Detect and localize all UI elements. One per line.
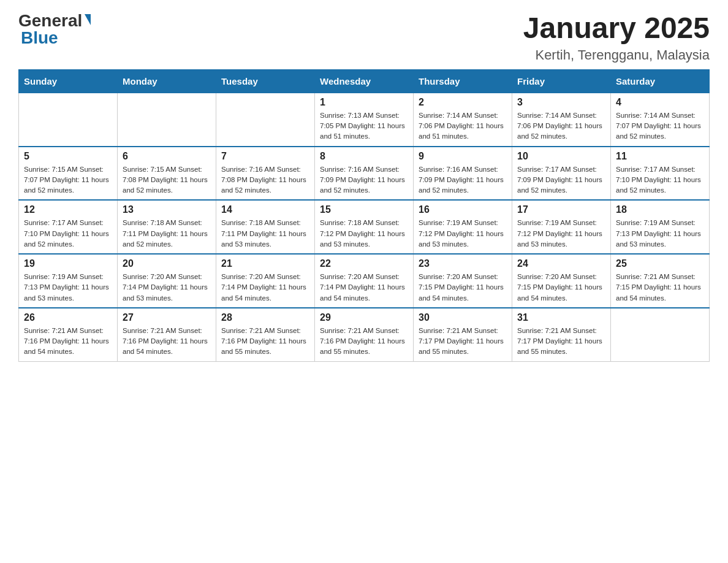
day-number: 15 xyxy=(320,204,408,215)
day-info: Sunrise: 7:19 AM Sunset: 7:13 PM Dayligh… xyxy=(24,272,112,304)
day-number: 27 xyxy=(123,312,211,323)
day-info: Sunrise: 7:16 AM Sunset: 7:09 PM Dayligh… xyxy=(320,164,408,196)
calendar-cell: 24Sunrise: 7:20 AM Sunset: 7:15 PM Dayli… xyxy=(512,254,611,308)
day-info: Sunrise: 7:19 AM Sunset: 7:12 PM Dayligh… xyxy=(517,218,605,250)
calendar-cell: 13Sunrise: 7:18 AM Sunset: 7:11 PM Dayli… xyxy=(118,200,216,254)
calendar-cell: 7Sunrise: 7:16 AM Sunset: 7:08 PM Daylig… xyxy=(216,147,315,201)
calendar-cell: 28Sunrise: 7:21 AM Sunset: 7:16 PM Dayli… xyxy=(216,308,315,361)
logo: General Blue xyxy=(18,12,91,47)
logo-general-text: General xyxy=(18,12,82,29)
weekday-header-tuesday: Tuesday xyxy=(216,69,315,93)
day-info: Sunrise: 7:21 AM Sunset: 7:16 PM Dayligh… xyxy=(24,326,112,358)
weekday-header-sunday: Sunday xyxy=(19,69,118,93)
calendar-cell: 18Sunrise: 7:19 AM Sunset: 7:13 PM Dayli… xyxy=(611,200,710,254)
day-info: Sunrise: 7:15 AM Sunset: 7:07 PM Dayligh… xyxy=(24,164,112,196)
day-info: Sunrise: 7:21 AM Sunset: 7:15 PM Dayligh… xyxy=(616,272,704,304)
day-number: 10 xyxy=(517,151,605,162)
calendar-cell: 19Sunrise: 7:19 AM Sunset: 7:13 PM Dayli… xyxy=(19,254,118,308)
day-info: Sunrise: 7:20 AM Sunset: 7:14 PM Dayligh… xyxy=(221,272,309,304)
calendar-cell: 2Sunrise: 7:14 AM Sunset: 7:06 PM Daylig… xyxy=(414,93,512,146)
day-info: Sunrise: 7:18 AM Sunset: 7:11 PM Dayligh… xyxy=(123,218,211,250)
day-info: Sunrise: 7:20 AM Sunset: 7:15 PM Dayligh… xyxy=(517,272,605,304)
day-number: 17 xyxy=(517,204,605,215)
day-info: Sunrise: 7:20 AM Sunset: 7:14 PM Dayligh… xyxy=(123,272,211,304)
day-info: Sunrise: 7:14 AM Sunset: 7:07 PM Dayligh… xyxy=(616,110,704,142)
day-number: 1 xyxy=(320,97,408,108)
calendar-cell: 23Sunrise: 7:20 AM Sunset: 7:15 PM Dayli… xyxy=(414,254,512,308)
day-number: 14 xyxy=(221,204,309,215)
logo-triangle-icon xyxy=(85,14,91,25)
day-info: Sunrise: 7:16 AM Sunset: 7:09 PM Dayligh… xyxy=(419,164,507,196)
calendar-cell: 12Sunrise: 7:17 AM Sunset: 7:10 PM Dayli… xyxy=(19,200,118,254)
day-number: 3 xyxy=(517,97,605,108)
day-info: Sunrise: 7:21 AM Sunset: 7:16 PM Dayligh… xyxy=(221,326,309,358)
day-number: 8 xyxy=(320,151,408,162)
day-number: 29 xyxy=(320,312,408,323)
month-title: January 2025 xyxy=(523,12,710,45)
calendar-cell xyxy=(611,308,710,361)
calendar-cell: 9Sunrise: 7:16 AM Sunset: 7:09 PM Daylig… xyxy=(414,147,512,201)
calendar-cell: 26Sunrise: 7:21 AM Sunset: 7:16 PM Dayli… xyxy=(19,308,118,361)
day-info: Sunrise: 7:14 AM Sunset: 7:06 PM Dayligh… xyxy=(517,110,605,142)
day-number: 25 xyxy=(616,258,704,269)
calendar-week-row: 1Sunrise: 7:13 AM Sunset: 7:05 PM Daylig… xyxy=(19,93,710,146)
day-info: Sunrise: 7:18 AM Sunset: 7:11 PM Dayligh… xyxy=(221,218,309,250)
day-info: Sunrise: 7:14 AM Sunset: 7:06 PM Dayligh… xyxy=(419,110,507,142)
day-info: Sunrise: 7:21 AM Sunset: 7:16 PM Dayligh… xyxy=(123,326,211,358)
day-info: Sunrise: 7:17 AM Sunset: 7:10 PM Dayligh… xyxy=(24,218,112,250)
calendar-cell: 29Sunrise: 7:21 AM Sunset: 7:16 PM Dayli… xyxy=(315,308,414,361)
calendar-cell: 17Sunrise: 7:19 AM Sunset: 7:12 PM Dayli… xyxy=(512,200,611,254)
weekday-header-row: SundayMondayTuesdayWednesdayThursdayFrid… xyxy=(19,69,710,93)
day-number: 31 xyxy=(517,312,605,323)
day-info: Sunrise: 7:19 AM Sunset: 7:12 PM Dayligh… xyxy=(419,218,507,250)
day-number: 24 xyxy=(517,258,605,269)
calendar-cell: 16Sunrise: 7:19 AM Sunset: 7:12 PM Dayli… xyxy=(414,200,512,254)
weekday-header-wednesday: Wednesday xyxy=(315,69,414,93)
calendar-cell: 3Sunrise: 7:14 AM Sunset: 7:06 PM Daylig… xyxy=(512,93,611,146)
calendar-cell: 22Sunrise: 7:20 AM Sunset: 7:14 PM Dayli… xyxy=(315,254,414,308)
calendar-cell: 4Sunrise: 7:14 AM Sunset: 7:07 PM Daylig… xyxy=(611,93,710,146)
day-info: Sunrise: 7:21 AM Sunset: 7:17 PM Dayligh… xyxy=(517,326,605,358)
calendar-cell: 31Sunrise: 7:21 AM Sunset: 7:17 PM Dayli… xyxy=(512,308,611,361)
day-number: 13 xyxy=(123,204,211,215)
day-number: 26 xyxy=(24,312,112,323)
calendar-week-row: 12Sunrise: 7:17 AM Sunset: 7:10 PM Dayli… xyxy=(19,200,710,254)
calendar-table: SundayMondayTuesdayWednesdayThursdayFrid… xyxy=(18,69,710,362)
weekday-header-thursday: Thursday xyxy=(414,69,512,93)
day-number: 16 xyxy=(419,204,507,215)
page-header: General Blue January 2025 Kertih, Tereng… xyxy=(18,12,710,63)
day-number: 2 xyxy=(419,97,507,108)
location: Kertih, Terengganu, Malaysia xyxy=(523,47,710,63)
day-info: Sunrise: 7:17 AM Sunset: 7:09 PM Dayligh… xyxy=(517,164,605,196)
calendar-cell xyxy=(19,93,118,146)
calendar-cell: 1Sunrise: 7:13 AM Sunset: 7:05 PM Daylig… xyxy=(315,93,414,146)
day-info: Sunrise: 7:20 AM Sunset: 7:15 PM Dayligh… xyxy=(419,272,507,304)
calendar-cell: 27Sunrise: 7:21 AM Sunset: 7:16 PM Dayli… xyxy=(118,308,216,361)
calendar-cell: 21Sunrise: 7:20 AM Sunset: 7:14 PM Dayli… xyxy=(216,254,315,308)
calendar-cell: 6Sunrise: 7:15 AM Sunset: 7:08 PM Daylig… xyxy=(118,147,216,201)
day-info: Sunrise: 7:17 AM Sunset: 7:10 PM Dayligh… xyxy=(616,164,704,196)
day-number: 20 xyxy=(123,258,211,269)
calendar-cell xyxy=(118,93,216,146)
day-number: 28 xyxy=(221,312,309,323)
calendar-cell: 10Sunrise: 7:17 AM Sunset: 7:09 PM Dayli… xyxy=(512,147,611,201)
weekday-header-friday: Friday xyxy=(512,69,611,93)
day-number: 19 xyxy=(24,258,112,269)
day-info: Sunrise: 7:16 AM Sunset: 7:08 PM Dayligh… xyxy=(221,164,309,196)
calendar-week-row: 26Sunrise: 7:21 AM Sunset: 7:16 PM Dayli… xyxy=(19,308,710,361)
day-number: 30 xyxy=(419,312,507,323)
day-info: Sunrise: 7:21 AM Sunset: 7:16 PM Dayligh… xyxy=(320,326,408,358)
calendar-cell: 5Sunrise: 7:15 AM Sunset: 7:07 PM Daylig… xyxy=(19,147,118,201)
day-number: 12 xyxy=(24,204,112,215)
day-info: Sunrise: 7:18 AM Sunset: 7:12 PM Dayligh… xyxy=(320,218,408,250)
calendar-cell: 14Sunrise: 7:18 AM Sunset: 7:11 PM Dayli… xyxy=(216,200,315,254)
day-info: Sunrise: 7:21 AM Sunset: 7:17 PM Dayligh… xyxy=(419,326,507,358)
day-info: Sunrise: 7:20 AM Sunset: 7:14 PM Dayligh… xyxy=(320,272,408,304)
day-number: 9 xyxy=(419,151,507,162)
calendar-week-row: 5Sunrise: 7:15 AM Sunset: 7:07 PM Daylig… xyxy=(19,147,710,201)
calendar-cell: 30Sunrise: 7:21 AM Sunset: 7:17 PM Dayli… xyxy=(414,308,512,361)
weekday-header-saturday: Saturday xyxy=(611,69,710,93)
day-number: 7 xyxy=(221,151,309,162)
calendar-cell xyxy=(216,93,315,146)
day-number: 22 xyxy=(320,258,408,269)
